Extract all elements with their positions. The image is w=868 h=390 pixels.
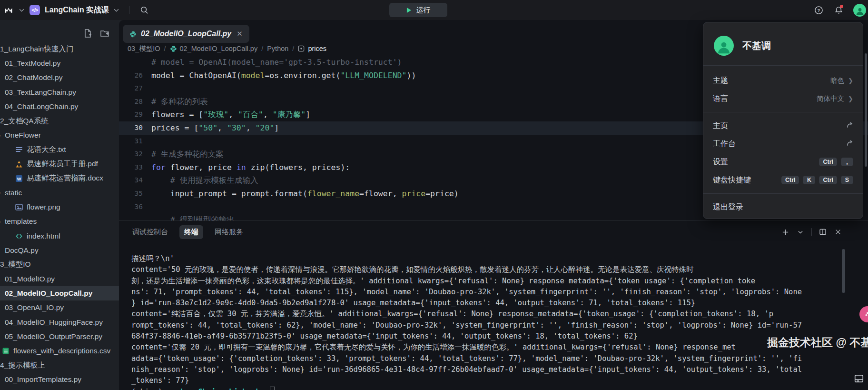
menu-divider <box>703 193 863 194</box>
file-tree-item[interactable]: flowers_with_descriptions.csv <box>0 344 119 358</box>
breadcrumb-item[interactable]: prices <box>298 45 326 52</box>
close-tab-icon[interactable]: ✕ <box>237 30 243 38</box>
code-text: input_prompt = prompt.format(flower_name… <box>151 187 459 200</box>
notifications-bell-icon[interactable] <box>833 5 844 15</box>
panel-header: 调试控制台终端网络服务 <box>119 221 868 243</box>
notification-badge <box>840 5 843 8</box>
panel-tab-active[interactable]: 终端 <box>179 225 203 239</box>
file-tree-item[interactable]: 02_ChatModel.py <box>0 70 119 85</box>
file-tree-item[interactable]: 01_ModelIO.py <box>0 272 119 286</box>
code-text: prices = ["50", "30", "20"] <box>151 121 279 135</box>
breadcrumb-label: 02_ModelIO_LoopCall.py <box>180 45 258 52</box>
user-avatar[interactable] <box>853 4 866 17</box>
keycap: S <box>841 176 853 184</box>
project-title[interactable]: LangChain 实战课 <box>45 5 109 15</box>
terminal-output[interactable]: 描述吗？\n'content='50 元的玫瑰，是爱的使者，传递着深情与浪漫。它… <box>131 253 812 390</box>
breadcrumb-separator: / <box>292 45 294 52</box>
line-number: 32 <box>119 148 151 161</box>
panel-tab-inactive[interactable]: 调试控制台 <box>128 225 173 239</box>
menu-item[interactable]: 键盘快捷键CtrlKCtrlS <box>703 171 863 189</box>
editor-tab[interactable]: 02_ModelIO_LoopCall.py ✕ <box>123 25 249 43</box>
file-tree-item[interactable]: W易速鲜花运营指南.docx <box>0 171 119 186</box>
panel-tab-inactive[interactable]: 网络服务 <box>210 225 248 239</box>
split-panel-icon[interactable] <box>819 228 827 236</box>
file-tree-item[interactable]: DocQA.py <box>0 243 119 258</box>
play-icon <box>406 7 412 13</box>
chevron-down-icon[interactable] <box>114 8 119 12</box>
chevron-down-icon[interactable] <box>19 8 25 12</box>
external-link-icon <box>846 121 853 130</box>
file-tree-item[interactable]: 2_文档QA系统 <box>0 114 119 128</box>
file-tree-item[interactable]: 3_模型IO <box>0 258 119 272</box>
file-tree-item[interactable]: 03_OpenAI_IO.py <box>0 300 119 315</box>
menu-item[interactable]: 退出登录 <box>703 198 863 216</box>
breadcrumb-label: prices <box>308 45 326 52</box>
prompt-arrow: ➜ <box>167 388 171 390</box>
line-number: 33 <box>119 161 151 174</box>
line-number: 31 <box>119 135 151 148</box>
file-tree-item[interactable]: 00_ImportTemplates.py <box>0 372 119 387</box>
run-button[interactable]: 运行 <box>389 3 447 17</box>
file-name: 03_OpenAI_IO.py <box>5 303 64 312</box>
file-tree-item[interactable]: ❯templates <box>0 214 119 229</box>
menu-item[interactable]: 主题暗色❯ <box>703 71 863 90</box>
divider <box>129 6 129 14</box>
menu-item[interactable]: 主页 <box>703 117 863 135</box>
terminal-scrollbar[interactable] <box>842 249 845 293</box>
help-icon[interactable]: ? <box>813 5 824 15</box>
file-tree-item[interactable]: index.html <box>0 229 119 243</box>
line-number: 26 <box>119 69 151 82</box>
menu-item-value: 简体中文 <box>817 94 844 103</box>
menu-item[interactable]: 工作台 <box>703 135 863 153</box>
file-name: OneFlower <box>5 131 41 140</box>
terminal-line: } id='run-83e7c1d2-9e9c-4dd0-9da5-9b2ed9… <box>131 298 812 309</box>
menu-item[interactable]: 设置Ctrl, <box>703 153 863 171</box>
line-number: 34 <box>119 174 151 187</box>
line-number: 30 <box>119 121 151 135</box>
code-text: for flower, price in zip(flowers, prices… <box>151 161 350 174</box>
line-number <box>119 56 151 69</box>
breadcrumb-item[interactable]: Python <box>267 45 288 52</box>
file-tree-item[interactable]: 01_TextModel.py <box>0 56 119 70</box>
breadcrumb-separator: / <box>261 45 263 52</box>
menu-item-label: 主题 <box>713 76 728 86</box>
file-name: 04_ModelIO_HuggingFace.py <box>5 318 103 327</box>
user-name: 不基调 <box>742 40 771 52</box>
file-tree-item[interactable]: 易速鲜花员工手册.pdf <box>0 157 119 171</box>
pdf-file-icon <box>15 160 23 168</box>
app-logo-icon[interactable] <box>4 5 14 15</box>
file-tree-item[interactable]: 04_ModelIO_HuggingFace.py <box>0 315 119 330</box>
file-tree-item[interactable]: 花语大全.txt <box>0 142 119 157</box>
file-tree-item[interactable]: 02_ModelIO_LoopCall.py <box>0 286 119 300</box>
add-terminal-icon[interactable] <box>781 228 789 236</box>
breadcrumb-item[interactable]: 03_模型IO <box>128 44 160 53</box>
menu-item[interactable]: 语言简体中文❯ <box>703 90 863 108</box>
file-name: 花语大全.txt <box>27 145 66 155</box>
breadcrumb-label: Python <box>267 45 288 52</box>
editor-scrollbar[interactable] <box>865 53 867 167</box>
file-tree-item[interactable]: 03_TextLangChain.py <box>0 85 119 100</box>
code-text: # model = OpenAI(model_name='gpt-3.5-tur… <box>151 56 402 69</box>
file-name: 易速鲜花员工手册.pdf <box>27 159 98 169</box>
file-tree-item[interactable]: ❯OneFlower <box>0 128 119 142</box>
file-tree-item[interactable]: flower.png <box>0 200 119 214</box>
new-folder-icon[interactable] <box>100 29 109 38</box>
dock-panel-icon[interactable] <box>853 372 865 385</box>
breadcrumb-label: 03_模型IO <box>128 44 160 53</box>
file-tree-item[interactable]: ❯static <box>0 186 119 200</box>
breadcrumb: 03_模型IO/02_ModelIO_LoopCall.py/Python/pr… <box>128 43 326 54</box>
close-panel-icon[interactable] <box>834 228 842 236</box>
breadcrumb-item[interactable]: 02_ModelIO_LoopCall.py <box>170 45 258 52</box>
menu-item-label: 键盘快捷键 <box>713 175 751 185</box>
menu-item-label: 工作台 <box>713 139 736 149</box>
code-text: # 多种花的列表 <box>151 95 208 109</box>
line-number: 28 <box>119 95 151 109</box>
file-tree-item[interactable]: 05_ModelIO_OutputParser.py <box>0 330 119 344</box>
file-tree-item[interactable]: 1_LangChain快速入门 <box>0 42 119 56</box>
menu-item-label: 语言 <box>713 94 728 104</box>
chevron-down-icon[interactable] <box>796 228 805 236</box>
search-icon[interactable] <box>139 5 149 15</box>
new-file-icon[interactable] <box>83 29 92 38</box>
file-tree-item[interactable]: 4_提示模板上 <box>0 358 119 372</box>
file-tree-item[interactable]: 04_ChatLongChain.py <box>0 100 119 114</box>
